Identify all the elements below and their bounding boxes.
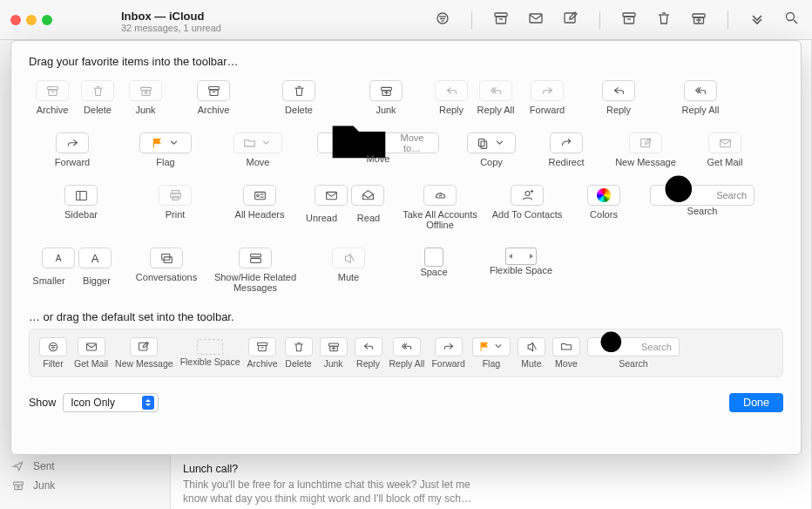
toolbar-item-label: Flexible Space bbox=[490, 265, 552, 275]
select-arrows-icon bbox=[142, 396, 154, 410]
svg-rect-7 bbox=[530, 14, 542, 23]
sidebar-icon bbox=[64, 185, 98, 206]
toolbar-item-copy[interactable]: Copy bbox=[456, 132, 527, 167]
filter-icon[interactable] bbox=[435, 10, 450, 29]
mail-icon[interactable] bbox=[528, 10, 544, 29]
svg-point-78 bbox=[600, 332, 621, 353]
show-mode-row: Show Icon Only bbox=[29, 393, 159, 412]
window-title-area: Inbox — iCloud 32 messages, 1 unread bbox=[121, 6, 435, 33]
svg-rect-46 bbox=[170, 193, 180, 198]
default-item-mute[interactable]: Mute bbox=[518, 337, 545, 369]
svg-rect-32 bbox=[209, 89, 217, 95]
default-item-new-message[interactable]: New Message bbox=[115, 337, 173, 369]
toolbar-item-mute[interactable]: Mute bbox=[302, 248, 395, 293]
default-item-filter[interactable]: Filter bbox=[39, 337, 67, 369]
toolbar-item-add-to-contacts[interactable]: Add To Contacts bbox=[484, 185, 571, 230]
toolbar-item-print[interactable]: Print bbox=[133, 185, 217, 230]
more-icon[interactable] bbox=[749, 10, 765, 29]
zoom-window[interactable] bbox=[42, 15, 52, 25]
mute-icon bbox=[518, 337, 545, 356]
show-mode-select[interactable]: Icon Only bbox=[63, 393, 159, 412]
toolbar-item-move[interactable]: Move to…Move bbox=[301, 132, 456, 167]
default-item-reply[interactable]: Reply bbox=[355, 337, 382, 369]
toolbar-item-flag[interactable]: Flag bbox=[116, 132, 215, 167]
toolbar-item-smaller-bigger[interactable]: AASmallerBigger bbox=[29, 248, 125, 293]
toolbar-item-archive[interactable]: Archive bbox=[172, 80, 255, 115]
archive-icon bbox=[248, 337, 276, 356]
toolbar-item-label: Forward bbox=[530, 105, 565, 115]
default-toolbar-set[interactable]: FilterGet MailNew MessageFlexible SpaceA… bbox=[29, 329, 783, 377]
toolbar-item-move[interactable]: Move bbox=[215, 132, 301, 167]
toolbar-item-colors[interactable]: Colors bbox=[571, 185, 637, 230]
toolbar-item-label: Forward bbox=[55, 157, 90, 167]
folder-icon bbox=[552, 337, 580, 356]
toolbar-separator bbox=[727, 11, 728, 29]
show-label: Show bbox=[29, 397, 56, 409]
default-set-header: … or drag the default set into the toolb… bbox=[29, 310, 783, 323]
toolbar-item-archive[interactable]: Archive bbox=[29, 80, 76, 115]
toolbar-item-reply[interactable]: Reply bbox=[576, 80, 661, 115]
close-window[interactable] bbox=[10, 15, 21, 25]
toolbar-item-unread-read[interactable]: UnreadRead bbox=[302, 185, 396, 230]
compose-icon[interactable] bbox=[563, 10, 579, 29]
forward-icon bbox=[56, 132, 89, 153]
toolbar-item-forward[interactable]: Forward bbox=[518, 80, 576, 115]
reply-all-icon bbox=[393, 337, 421, 356]
archive2-icon[interactable] bbox=[621, 10, 637, 29]
default-item-junk[interactable]: Junk bbox=[320, 337, 348, 369]
toolbar-item-junk[interactable]: Junk bbox=[119, 80, 172, 115]
toolbar-item-label: Search bbox=[687, 206, 718, 216]
forward-icon bbox=[531, 80, 564, 101]
default-item-search[interactable]: SearchSearch bbox=[587, 337, 680, 369]
toolbar-item-reply-all[interactable]: Reply All bbox=[473, 80, 518, 115]
toolbar-item-redirect[interactable]: Redirect bbox=[527, 132, 606, 167]
toolbar-item-conversations[interactable]: Conversations bbox=[125, 248, 208, 293]
sidebar-item-sent[interactable]: Sent bbox=[0, 457, 170, 476]
toolbar-item-search[interactable]: SearchSearch bbox=[637, 185, 768, 230]
toolbar-item-label: Get Mail bbox=[707, 157, 743, 167]
toolbar-item-show-hide-related-messages[interactable]: Show/Hide Related Messages bbox=[208, 248, 302, 293]
toolbar-item-label: Bigger bbox=[69, 275, 125, 286]
headers-icon bbox=[243, 185, 276, 206]
toolbar-item-forward[interactable]: Forward bbox=[29, 132, 116, 167]
toolbar-item-new-message[interactable]: New Message bbox=[606, 132, 686, 167]
toolbar-item-all-headers[interactable]: All Headers bbox=[217, 185, 302, 230]
search-field: Search bbox=[587, 337, 680, 356]
toolbar-item-flexible-space[interactable]: Flexible Space bbox=[473, 248, 569, 293]
filter-icon bbox=[39, 337, 67, 356]
window-subtitle: 32 messages, 1 unread bbox=[121, 23, 435, 33]
toolbar-item-reply[interactable]: Reply bbox=[430, 80, 473, 115]
default-item-archive[interactable]: Archive bbox=[247, 337, 278, 369]
default-item-flag[interactable]: Flag bbox=[472, 337, 511, 369]
getmail-icon bbox=[78, 337, 105, 356]
sheet-footer: Show Icon Only Done bbox=[29, 390, 783, 412]
toolbar-item-take-all-accounts-offline[interactable]: Take All Accounts Offline bbox=[396, 185, 484, 230]
flex-icon bbox=[197, 339, 223, 355]
sidebar-item-junk[interactable]: Junk bbox=[0, 476, 170, 495]
toolbar-item-label: Delete bbox=[84, 105, 112, 115]
toolbar-item-reply-all[interactable]: Reply All bbox=[661, 80, 740, 115]
flex-icon bbox=[505, 248, 537, 265]
default-item-move[interactable]: Move bbox=[552, 337, 580, 369]
minimize-window[interactable] bbox=[26, 15, 37, 25]
trash-icon[interactable] bbox=[656, 10, 672, 29]
done-button[interactable]: Done bbox=[729, 393, 783, 412]
archive-icon[interactable] bbox=[493, 10, 509, 29]
default-item-forward[interactable]: Forward bbox=[431, 337, 465, 369]
default-item-reply-all[interactable]: Reply All bbox=[389, 337, 425, 369]
toolbar-item-get-mail[interactable]: Get Mail bbox=[686, 132, 764, 167]
print-icon bbox=[159, 185, 192, 206]
customize-toolbar-sheet: Drag your favorite items into the toolba… bbox=[10, 40, 802, 455]
compose-icon bbox=[130, 337, 158, 356]
toolbar-item-sidebar[interactable]: Sidebar bbox=[29, 185, 133, 230]
default-item-get-mail[interactable]: Get Mail bbox=[74, 337, 108, 369]
default-item-flexible-space[interactable]: Flexible Space bbox=[180, 339, 240, 367]
read-icon bbox=[351, 185, 384, 206]
default-item-delete[interactable]: Delete bbox=[285, 337, 313, 369]
search-icon[interactable] bbox=[784, 10, 800, 29]
junk-icon[interactable] bbox=[691, 10, 707, 29]
junk-icon bbox=[320, 337, 348, 356]
toolbar-item-space[interactable]: Space bbox=[395, 248, 473, 293]
toolbar-item-delete[interactable]: Delete bbox=[76, 80, 119, 115]
svg-rect-43 bbox=[76, 191, 86, 200]
